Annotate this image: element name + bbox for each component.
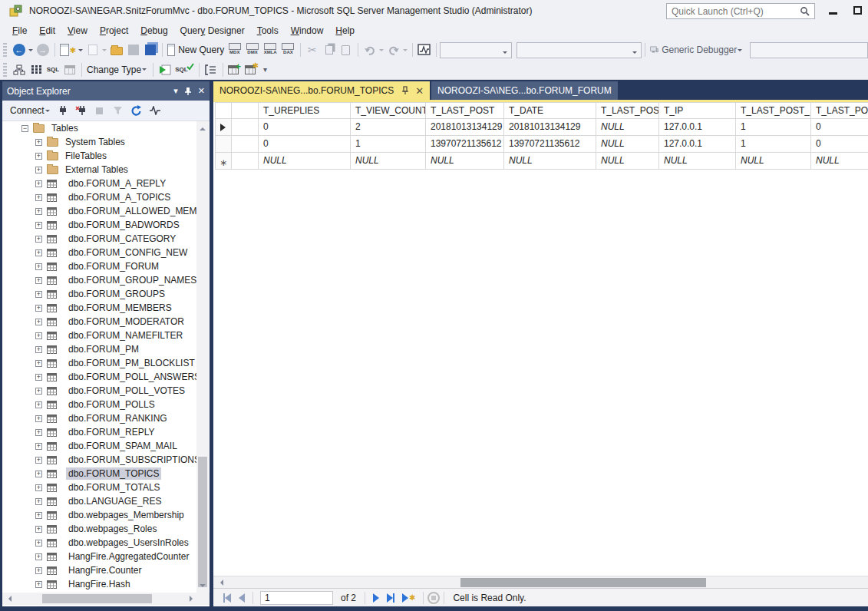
grid-cell[interactable]: 13970721135612 <box>504 136 596 153</box>
tree-item-dbo-forum-members[interactable]: +dbo.FORUM_MEMBERS <box>2 301 196 315</box>
new-query-button[interactable]: New Query <box>166 41 226 58</box>
expand-icon[interactable]: + <box>35 194 42 201</box>
tree-item-dbo-forum-totals[interactable]: +dbo.FORUM_TOTALS <box>2 481 196 494</box>
move-previous-button[interactable] <box>239 593 245 603</box>
expand-icon[interactable]: + <box>35 263 42 270</box>
expand-icon[interactable]: + <box>35 139 42 146</box>
search-icon[interactable] <box>800 6 810 17</box>
dmx-query-button[interactable]: DMX <box>243 41 261 58</box>
expand-icon[interactable]: + <box>35 443 42 450</box>
tree-item-dbo-forum-poll-answers[interactable]: +dbo.FORUM_POLL_ANSWERS <box>2 370 196 384</box>
undo-button[interactable] <box>361 41 378 58</box>
column-header-t-last-poster[interactable]: T_LAST_POSTER <box>596 102 659 119</box>
menu-help[interactable]: Help <box>329 22 361 39</box>
grid-cell[interactable]: 1 <box>736 119 811 136</box>
tree-item-dbo-forum-moderator[interactable]: +dbo.FORUM_MODERATOR <box>2 315 196 329</box>
menu-view[interactable]: View <box>61 22 94 39</box>
expand-icon[interactable]: + <box>35 208 42 215</box>
expand-icon[interactable]: + <box>35 305 42 312</box>
add-item-caret[interactable] <box>102 49 107 54</box>
scrollbar-thumb[interactable] <box>460 578 706 587</box>
tree-item-dbo-forum-namefilter[interactable]: +dbo.FORUM_NAMEFILTER <box>2 329 196 342</box>
menu-project[interactable]: Project <box>94 22 134 39</box>
undo-dropdown-caret[interactable] <box>379 49 384 54</box>
grid-cell[interactable]: NULL <box>504 153 596 170</box>
grid-partial-cell[interactable] <box>232 136 259 153</box>
grid-partial-cell[interactable] <box>232 153 259 170</box>
add-table-button[interactable]: + <box>226 61 243 78</box>
manage-criteria-button[interactable] <box>203 61 219 78</box>
column-header-t-date[interactable]: T_DATE <box>504 102 596 119</box>
grid-cell[interactable]: NULL <box>426 153 504 170</box>
activity-pulse-button[interactable] <box>147 102 163 119</box>
tree-item-dbo-forum-topics[interactable]: +dbo.FORUM_TOPICS <box>2 467 196 481</box>
expand-icon[interactable]: + <box>35 401 42 408</box>
scrollbar-thumb[interactable] <box>198 457 207 587</box>
tree-item-dbo-forum-group-names[interactable]: +dbo.FORUM_GROUP_NAMES <box>2 273 196 287</box>
activity-monitor-button[interactable] <box>416 41 433 58</box>
execute-sql-button[interactable] <box>157 61 173 78</box>
expand-icon[interactable]: + <box>35 429 42 436</box>
minimize-button[interactable] <box>823 0 844 21</box>
expand-icon[interactable]: + <box>35 553 42 560</box>
tree-item-hangfire-aggregatedcounter[interactable]: +HangFire.AggregatedCounter <box>2 550 196 563</box>
column-header-t-view-count[interactable]: T_VIEW_COUNT <box>351 102 426 119</box>
close-icon[interactable]: ✕ <box>198 86 205 96</box>
mdx-query-button[interactable]: MDX <box>226 41 243 58</box>
grid-cell[interactable]: 0 <box>259 119 351 136</box>
connect-button[interactable]: Connect <box>7 104 54 117</box>
menu-window[interactable]: Window <box>285 22 330 39</box>
row-selector-cell[interactable] <box>215 119 232 136</box>
expand-icon[interactable]: + <box>35 277 42 284</box>
pin-icon[interactable] <box>401 86 409 95</box>
object-explorer-titlebar[interactable]: Object Explorer ▾ ✕ <box>2 81 210 101</box>
show-diagram-pane-button[interactable] <box>11 61 28 78</box>
tree-item-dbo-forum-ranking[interactable]: +dbo.FORUM_RANKING <box>2 411 196 425</box>
tree-item-dbo-forum-poll-votes[interactable]: +dbo.FORUM_POLL_VOTES <box>2 384 196 398</box>
grid-corner-cell[interactable] <box>215 102 232 119</box>
tree-item-dbo-forum-category[interactable]: +dbo.FORUM_CATEGORY <box>2 232 196 246</box>
navigate-forward-button[interactable]: → <box>35 41 51 58</box>
redo-dropdown-caret[interactable] <box>403 49 408 54</box>
expand-icon[interactable]: + <box>35 332 42 339</box>
show-results-pane-button[interactable] <box>61 61 78 78</box>
cancel-query-button[interactable] <box>427 592 440 604</box>
grid-cell[interactable]: NULL <box>736 153 811 170</box>
tree-item-dbo-forum-a-topics[interactable]: +dbo.FORUM_A_TOPICS <box>2 190 196 204</box>
tree-item-dbo-webpages-usersinroles[interactable]: +dbo.webpages_UsersInRoles <box>2 536 196 550</box>
panel-menu-caret-icon[interactable]: ▾ <box>173 86 178 96</box>
tree-item-hangfire-counter[interactable]: +HangFire.Counter <box>2 563 196 577</box>
tree-item-dbo-webpages-roles[interactable]: +dbo.webpages_Roles <box>2 522 196 536</box>
open-file-button[interactable] <box>108 41 125 58</box>
xmla-query-button[interactable]: XMLA <box>262 41 279 58</box>
grid-cell[interactable]: 1 <box>736 136 811 153</box>
grid-cell[interactable]: NULL <box>259 153 351 170</box>
quick-launch-input[interactable] <box>672 5 794 18</box>
stop-button[interactable] <box>91 102 108 119</box>
column-header-t-ip[interactable]: T_IP <box>659 102 736 119</box>
menu-edit[interactable]: Edit <box>33 22 61 39</box>
tree-vertical-scrollbar[interactable] <box>196 121 209 593</box>
grid-partial-column-header[interactable] <box>232 102 259 119</box>
expand-icon[interactable]: + <box>35 471 42 477</box>
expand-icon[interactable]: + <box>35 153 42 160</box>
expand-icon[interactable]: + <box>35 374 42 381</box>
grid-cell[interactable]: NULL <box>351 153 426 170</box>
column-header-t-last-po[interactable]: T_LAST_PO <box>811 102 868 119</box>
expand-icon[interactable]: + <box>35 581 42 588</box>
row-selector-cell[interactable] <box>215 136 232 153</box>
menu-file[interactable]: File <box>6 22 33 39</box>
verify-sql-button[interactable]: SQL <box>173 61 195 78</box>
column-header-t-last-post[interactable]: T_LAST_POST <box>426 102 504 119</box>
grid-cell[interactable]: 13970721135612 <box>426 136 504 153</box>
add-derived-table-button[interactable]: ✱ <box>243 61 260 78</box>
grid-cell[interactable]: 127.0.0.1 <box>659 119 736 136</box>
expand-icon[interactable]: + <box>35 167 42 173</box>
grid-cell[interactable]: NULL <box>596 136 659 153</box>
toolbar-overflow-button[interactable]: ▾ <box>263 65 267 74</box>
grid-cell[interactable]: 127.0.0.1 <box>659 136 736 153</box>
tree-item-dbo-forum-pm[interactable]: +dbo.FORUM_PM <box>2 342 196 356</box>
row-selector-cell[interactable]: ∗ <box>215 153 232 170</box>
expand-icon[interactable]: + <box>35 457 42 464</box>
maximize-button[interactable] <box>847 0 868 21</box>
